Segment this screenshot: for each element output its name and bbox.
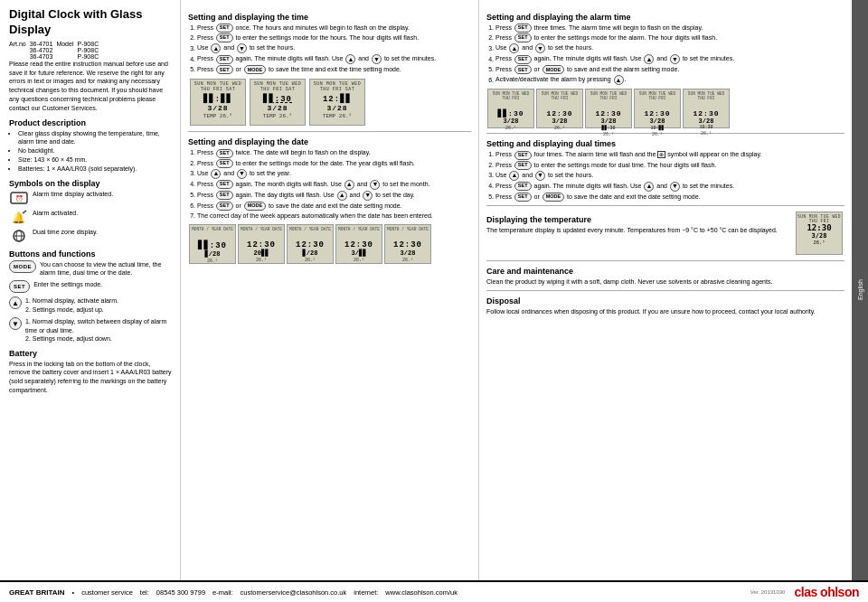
alarm-step-2: Press SET to enter the settings mode for… xyxy=(495,33,844,42)
date-clock-4: MONTH / YEAR DATE 12:30 3/▊▊ 26.⁵ xyxy=(335,224,382,264)
down-inline-a1: ▼ xyxy=(535,43,545,53)
product-desc-item: Clear glass display showing the temperat… xyxy=(18,129,173,147)
model-p908c-3: P-908C xyxy=(77,53,102,60)
down-inline-2: ▼ xyxy=(372,54,382,64)
page-title: Digital Clock with Glass Display xyxy=(9,7,173,38)
time-step-1: Press SET once. The hours and minutes wi… xyxy=(197,24,471,33)
set-inline-dt3: SET xyxy=(514,182,532,191)
date-step-5: Press SET again. The day digits will fla… xyxy=(197,191,471,201)
art-no-36-4701: 36-4701 xyxy=(30,41,57,47)
alarm-clocks-row: SUN MON TUE WED THU FRI ▊▊:30 3/28 26.⁵ … xyxy=(486,88,844,129)
buttons-title: Buttons and functions xyxy=(9,249,173,259)
dual-time-icon xyxy=(9,228,29,244)
product-desc-item: Size: 143 × 60 × 45 mm. xyxy=(18,155,173,165)
date-step-2: Press SET to enter the settings mode for… xyxy=(197,159,471,168)
art-no-36-4702: 36-4702 xyxy=(30,47,57,53)
footer: GREAT BRITAIN • customer service tel: 08… xyxy=(0,580,868,602)
up-inline-a2: ▲ xyxy=(644,54,654,64)
mode-button-row: MODE You can choose to view the actual t… xyxy=(9,260,173,277)
setting-time-steps: Press SET once. The hours and minutes wi… xyxy=(197,24,471,74)
alarm-clock-1: SUN MON TUE WED THU FRI ▊▊:30 3/28 26.⁵ xyxy=(487,89,534,128)
clock-display-2: SUN MON TUE WED THU FRI SAT ▊▊:30 3/28 T… xyxy=(250,79,306,126)
footer-internet: www.clasohlson.com/uk xyxy=(385,588,458,597)
footer-customer-service: customer service xyxy=(81,588,133,597)
symbol-alarm-display: ⏰ Alarm time display activated. xyxy=(9,190,173,206)
set-inline-dt1: SET xyxy=(514,151,532,160)
left-column: Digital Clock with Glass Display Art.no … xyxy=(0,0,181,580)
model-label: Model xyxy=(56,41,77,47)
up-inline-a3: ▲ xyxy=(614,75,624,85)
footer-left: GREAT BRITAIN • customer service tel: 08… xyxy=(9,588,458,597)
date-step-1: Press SET twice. The date will begin to … xyxy=(197,148,471,157)
time-step-3: Use ▲ and ▼ to set the hours. xyxy=(197,43,471,53)
model-p908c-2: P-908C xyxy=(77,47,102,53)
alarm-step-6: Activate/deactivate the alarm by pressin… xyxy=(495,75,844,85)
dual-step-1: Press SET four times. The alarm time wil… xyxy=(495,150,844,159)
date-step-6: Press SET or MODE to save the date and e… xyxy=(197,202,471,211)
footer-tel-label: tel: xyxy=(140,588,149,597)
footer-bullet: • xyxy=(71,588,74,597)
down-text: 1. Normal display, switch between displa… xyxy=(25,317,173,343)
alarm-display-icon: ⏰ xyxy=(9,190,29,206)
up-button[interactable]: ▲ xyxy=(9,296,22,309)
product-desc-title: Product description xyxy=(9,118,173,127)
set-inline-d4: SET xyxy=(216,191,233,200)
up-inline-dt2: ▲ xyxy=(644,182,654,192)
alarm-step-4: Press SET again. The minute digits will … xyxy=(495,54,844,64)
up-inline-dt1: ▲ xyxy=(509,171,519,181)
down-inline-d1: ▼ xyxy=(237,169,247,179)
disposal-title: Disposal xyxy=(486,296,844,306)
middle-column: Setting and displaying the time Press SE… xyxy=(181,0,479,580)
mode-inline-1: MODE xyxy=(244,65,267,74)
mode-inline-d1: MODE xyxy=(244,202,267,211)
set-button[interactable]: SET xyxy=(9,280,30,293)
temp-clock: SUN MON TUE WED THU FRI 12:30 3/28 26.⁵ xyxy=(796,212,843,255)
dual-step-4: Press SET again. The minute digits will … xyxy=(495,182,844,192)
alarm-display-text: Alarm time display activated. xyxy=(33,190,113,198)
footer-logo: clas ohlson xyxy=(794,585,859,599)
set-inline-a2: SET xyxy=(514,33,532,42)
mode-button[interactable]: MODE xyxy=(9,260,36,273)
dual-step-3: Use ▲ and ▼ to set the hours. xyxy=(495,171,844,181)
down-button[interactable]: ▼ xyxy=(9,317,22,330)
product-desc-item: No backlight. xyxy=(18,146,173,155)
up-button-row: ▲ 1. Normal display, activate alarm. 2. … xyxy=(9,296,173,314)
set-inline-a4: SET xyxy=(514,65,532,74)
clock-display-3: SUN MON TUE WED THU FRI SAT 12:▊▊ 3/28 T… xyxy=(309,79,365,126)
footer-internet-label: internet: xyxy=(354,588,378,597)
date-step-7: The correct day of the week appears auto… xyxy=(197,212,471,221)
symbol-alarm: 🔔 Alarm activated. xyxy=(9,209,173,225)
alarm-step-5: Press SET or MODE to save and exit the a… xyxy=(495,65,844,74)
mode-inline-dt1: MODE xyxy=(542,193,565,202)
date-step-4: Press SET again. The month digits will f… xyxy=(197,180,471,190)
model-p908c-1: P-908C xyxy=(77,41,102,47)
temp-title: Displaying the temperature xyxy=(486,215,788,224)
art-no-label: Art.no xyxy=(9,41,30,47)
alarm-clock-3: SUN MON TUE WED THU FRI 12:30 3/28 ▊▊:30… xyxy=(585,89,632,128)
footer-email-label: e-mail: xyxy=(212,588,233,597)
symbols-title: Symbols on the display xyxy=(9,179,173,188)
footer-ver: Ver. 20131030 xyxy=(750,589,786,595)
date-clock-5: MONTH / YEAR DATE 12:30 3/28 26.⁵ xyxy=(384,224,431,264)
date-clocks-row: MONTH / YEAR DATE ▊▊:30 ▊/28 26.⁵ MONTH … xyxy=(188,223,471,265)
dual-time-text: Dual time zone display. xyxy=(33,228,98,236)
product-desc-list: Clear glass display showing the temperat… xyxy=(18,129,173,174)
setting-time-title: Setting and displaying the time xyxy=(188,13,471,22)
language-label: English xyxy=(857,280,863,301)
down-inline-d3: ▼ xyxy=(363,191,373,201)
mode-text: You can choose to view the actual time, … xyxy=(40,260,173,277)
temp-text: The temperature display is updated every… xyxy=(486,226,788,235)
alarm-clock-5: SUN MON TUE WED THU FRI 12:30 3/28 10:30… xyxy=(683,89,730,128)
set-inline-a1: SET xyxy=(514,24,532,33)
date-step-3: Use ▲ and ▼ to set the year. xyxy=(197,169,471,179)
time-clocks-row: SUN MON TUE WED THU FRI SAT ▊▊:▊▊ 3/28 T… xyxy=(188,77,471,127)
set-inline-dt4: SET xyxy=(514,193,532,202)
time-step-4: Press SET again. The minute digits will … xyxy=(197,54,471,64)
set-inline-1: SET xyxy=(216,24,233,33)
product-desc-item: Batteries: 1 × AAA/LR03 (sold separately… xyxy=(18,165,173,174)
disposal-text: Follow local ordinances when disposing o… xyxy=(486,307,844,316)
alarm-icon: 🔔 xyxy=(9,209,29,225)
time-step-5: Press SET or MODE to save the time and e… xyxy=(197,65,471,74)
up-inline-d1: ▲ xyxy=(211,169,221,179)
time-step-2: Press SET to enter the settings mode for… xyxy=(197,33,471,42)
